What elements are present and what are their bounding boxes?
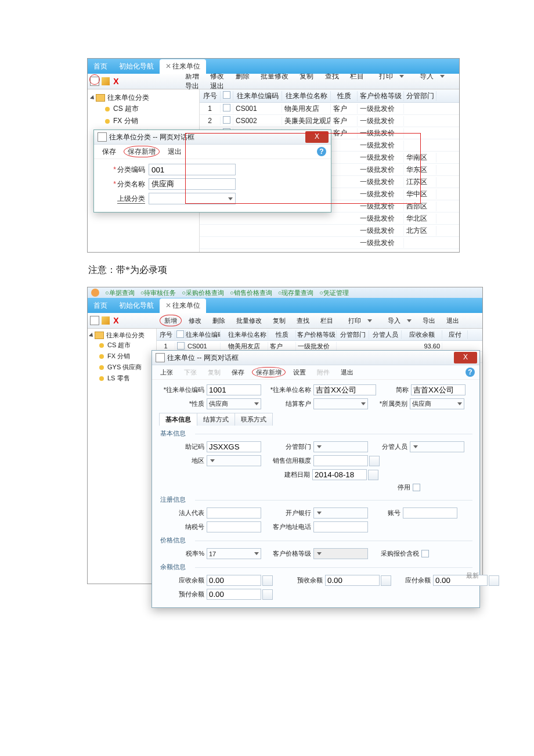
input-unit-code[interactable]: [207, 384, 261, 395]
input-date[interactable]: [312, 469, 367, 480]
expand-icon[interactable]: [89, 333, 95, 339]
close-button[interactable]: X: [305, 131, 329, 143]
tab-units[interactable]: ✕往来单位: [160, 298, 206, 313]
close-button[interactable]: X: [454, 352, 477, 363]
btn-new[interactable]: 新增: [160, 315, 182, 326]
btn-set[interactable]: 设置: [290, 368, 309, 377]
btn-save-add[interactable]: 保存新增: [124, 146, 160, 157]
tree-item[interactable]: CS 超市: [90, 340, 154, 351]
btn-prev[interactable]: 上张: [157, 368, 176, 377]
input-mnem[interactable]: [207, 441, 261, 452]
select-dept[interactable]: [313, 441, 368, 452]
btn-find[interactable]: 查找: [293, 315, 313, 326]
input-taxno[interactable]: [207, 521, 261, 532]
edit-icon[interactable]: [102, 316, 110, 325]
btn-print[interactable]: 打印: [340, 315, 376, 326]
tab-units[interactable]: ✕往来单位: [160, 59, 206, 74]
input-legal[interactable]: [207, 507, 261, 519]
close-icon[interactable]: ✕: [165, 62, 171, 70]
btn-copy: 复制: [204, 368, 224, 377]
tree-root[interactable]: 往来单位分类: [91, 93, 196, 103]
tab-home[interactable]: 首页: [88, 298, 113, 313]
new-icon[interactable]: [90, 316, 99, 325]
select-settle[interactable]: [313, 398, 368, 409]
input-short[interactable]: [411, 384, 466, 395]
tree-item[interactable]: GYS 供应商: [90, 362, 154, 373]
tree-item[interactable]: LS 零售: [90, 373, 154, 384]
lookup-icon[interactable]: [381, 575, 391, 586]
input-code[interactable]: [149, 164, 236, 175]
tree-root[interactable]: 往来单位分类: [90, 331, 154, 340]
btn-exit[interactable]: 退出: [164, 146, 185, 157]
close-icon[interactable]: ✕: [165, 301, 171, 309]
btn-batch[interactable]: 批量修改: [232, 315, 266, 326]
input-acct[interactable]: [403, 507, 457, 519]
input-pr[interactable]: [325, 575, 380, 586]
subtab-contact[interactable]: 联系方式: [234, 413, 273, 426]
subtab-basic[interactable]: 基本信息: [159, 413, 197, 426]
tab-init-nav[interactable]: 初始化导航: [113, 59, 160, 74]
delete-icon[interactable]: X: [112, 77, 120, 85]
tree-item[interactable]: FX 分销: [91, 115, 196, 127]
expand-icon[interactable]: [90, 95, 96, 101]
checkbox-quote[interactable]: [421, 550, 429, 557]
checkbox-icon[interactable]: [176, 330, 184, 338]
input-ap[interactable]: [433, 575, 488, 586]
btn-copy[interactable]: 复制: [269, 315, 290, 326]
table-row[interactable]: 1CS001物美用友店客户一级批发价: [200, 103, 459, 115]
tree-item[interactable]: CS 超市: [91, 103, 196, 115]
link-sellprice[interactable]: ○销售价格查询: [230, 289, 272, 297]
tree-item[interactable]: FX 分销: [90, 351, 154, 362]
tab-home[interactable]: 首页: [88, 59, 113, 74]
btn-col[interactable]: 栏目: [316, 315, 337, 326]
table-row[interactable]: 2CS002美廉美回龙观店客户一级批发价: [200, 115, 459, 127]
btn-exit[interactable]: 退出: [337, 368, 357, 377]
input-unit-name[interactable]: [313, 384, 376, 395]
select-kind[interactable]: 供应商: [207, 398, 261, 409]
checkbox-stop[interactable]: [413, 484, 420, 491]
subtab-settle[interactable]: 结算方式: [197, 413, 235, 426]
select-parent[interactable]: [149, 193, 236, 204]
lookup-icon[interactable]: [369, 456, 380, 466]
help-icon[interactable]: ?: [466, 368, 475, 377]
tab-bar: 首页 初始化导航 ✕往来单位: [88, 59, 459, 74]
lookup-icon[interactable]: [262, 575, 273, 586]
input-tel[interactable]: [313, 521, 368, 532]
btn-edit[interactable]: 修改: [185, 315, 205, 326]
input-credit[interactable]: [313, 455, 368, 466]
lookup-icon[interactable]: [489, 575, 499, 586]
select-bank[interactable]: [313, 507, 368, 519]
btn-quit[interactable]: 退出: [442, 315, 463, 326]
link-pending[interactable]: ○待审核任务: [140, 289, 176, 297]
select-taxrate[interactable]: 17: [207, 548, 261, 559]
table-row[interactable]: 一级批发价北方区: [200, 225, 459, 237]
checkbox-icon[interactable]: [223, 91, 230, 99]
calendar-icon[interactable]: [368, 470, 378, 480]
folder-icon: [96, 94, 105, 102]
btn-save-add[interactable]: 保存新增: [252, 367, 286, 377]
select-cat[interactable]: 供应商: [410, 398, 464, 409]
btn-import[interactable]: 导入: [380, 315, 416, 326]
btn-save[interactable]: 保存: [99, 146, 120, 157]
input-pp[interactable]: [207, 589, 261, 600]
select-person[interactable]: [410, 441, 464, 452]
tab-init-nav[interactable]: 初始化导航: [113, 298, 160, 313]
link-stock[interactable]: ○现存量查询: [278, 289, 314, 297]
link-buyprice[interactable]: ○采购价格查询: [182, 289, 224, 297]
lookup-icon[interactable]: [262, 589, 273, 600]
table-row[interactable]: 一级批发价: [200, 237, 459, 249]
select-region[interactable]: [207, 455, 261, 466]
link-voucher[interactable]: ○凭证管理: [319, 289, 349, 297]
input-ar[interactable]: [207, 575, 261, 586]
btn-export[interactable]: 导出: [418, 315, 439, 326]
delete-icon[interactable]: X: [112, 316, 120, 325]
table-row[interactable]: 一级批发价华北区: [200, 213, 459, 225]
dialog-title: 往来单位 -- 网页对话框: [167, 353, 239, 363]
link-bill-query[interactable]: ○单据查询: [105, 289, 135, 297]
input-name[interactable]: [149, 178, 236, 190]
btn-save[interactable]: 保存: [228, 368, 248, 377]
help-icon[interactable]: ?: [317, 147, 326, 156]
grid-header: 序号 往来单位编码 往来单位名称 性质 客户价格等级 分管部门: [200, 89, 459, 103]
btn-del[interactable]: 删除: [208, 315, 229, 326]
edit-icon[interactable]: [102, 77, 110, 85]
